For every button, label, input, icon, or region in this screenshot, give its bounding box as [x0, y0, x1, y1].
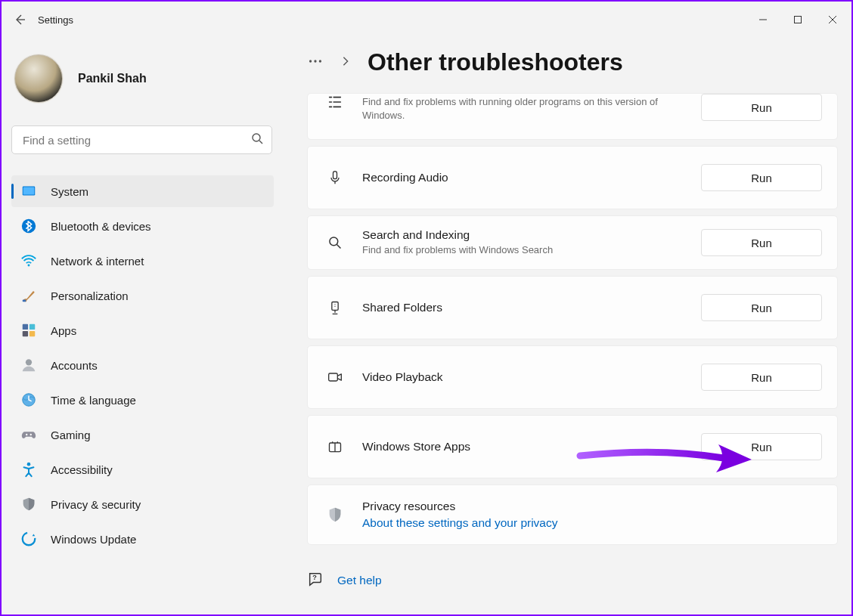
- troubleshooter-title: Video Playback: [362, 370, 693, 384]
- svg-text:?: ?: [312, 574, 317, 581]
- sidebar-item-network[interactable]: Network & internet: [11, 245, 274, 277]
- system-icon: [20, 183, 37, 200]
- sidebar-item-label: Apps: [51, 324, 76, 337]
- svg-point-19: [314, 60, 316, 62]
- svg-point-11: [26, 359, 32, 365]
- search-icon: [251, 132, 263, 147]
- sidebar-item-label: Gaming: [51, 429, 91, 441]
- svg-point-25: [334, 306, 335, 307]
- svg-point-16: [27, 463, 31, 466]
- main-content: Other troubleshooters Program Compatibil…: [281, 38, 851, 614]
- svg-point-1: [253, 134, 260, 141]
- accounts-icon: [20, 357, 37, 373]
- svg-rect-9: [23, 331, 28, 336]
- svg-rect-0: [795, 17, 802, 23]
- minimize-button[interactable]: [746, 5, 780, 35]
- svg-point-5: [28, 264, 30, 266]
- page-title: Other troubleshooters: [368, 48, 623, 76]
- sidebar-item-label: Privacy & security: [51, 498, 141, 511]
- svg-point-20: [319, 60, 321, 62]
- accessibility-icon: [20, 461, 37, 478]
- video-icon: [323, 370, 347, 385]
- run-button[interactable]: Run: [701, 94, 822, 121]
- troubleshooter-title: Recording Audio: [362, 171, 693, 184]
- breadcrumb: Other troubleshooters: [307, 48, 838, 76]
- brush-icon: [20, 287, 37, 304]
- server-icon: [323, 299, 347, 316]
- troubleshooter-card-compat: Program Compatibility Troubleshooter Fin…: [307, 93, 838, 140]
- troubleshooter-card-shared-folders: Shared Folders Run: [307, 276, 838, 339]
- troubleshooter-desc: Find and fix problems with Windows Searc…: [362, 243, 693, 257]
- sidebar-item-system[interactable]: System: [11, 175, 274, 207]
- svg-point-14: [26, 434, 27, 435]
- window-controls: [746, 5, 850, 35]
- troubleshooter-card-video: Video Playback Run: [307, 345, 838, 409]
- run-button[interactable]: Run: [701, 364, 822, 391]
- more-icon[interactable]: [307, 53, 324, 73]
- sidebar-item-accounts[interactable]: Accounts: [11, 349, 274, 381]
- sidebar-item-update[interactable]: Windows Update: [11, 523, 274, 555]
- sidebar-item-apps[interactable]: Apps: [11, 314, 274, 346]
- svg-rect-10: [29, 331, 35, 336]
- sidebar-item-personalization[interactable]: Personalization: [11, 280, 274, 311]
- troubleshooter-title: Windows Store Apps: [362, 440, 693, 453]
- help-row: ? Get help: [307, 571, 838, 590]
- sidebar-item-label: System: [51, 185, 88, 198]
- privacy-resources-card: Privacy resources About these settings a…: [307, 484, 838, 545]
- svg-point-24: [334, 304, 335, 305]
- sidebar-item-label: Network & internet: [51, 255, 144, 268]
- run-button[interactable]: Run: [701, 229, 822, 256]
- apps-icon: [20, 322, 37, 339]
- run-button[interactable]: Run: [701, 433, 822, 460]
- troubleshooter-title: Search and Indexing: [362, 228, 693, 242]
- troubleshooter-card-search: Search and Indexing Find and fix problem…: [307, 215, 838, 270]
- sidebar-item-label: Windows Update: [51, 533, 136, 546]
- sidebar-item-gaming[interactable]: Gaming: [11, 419, 274, 450]
- back-button[interactable]: [2, 2, 38, 38]
- bluetooth-icon: [20, 218, 37, 234]
- svg-rect-21: [333, 172, 337, 179]
- svg-point-17: [23, 533, 36, 546]
- sidebar-item-accessibility[interactable]: Accessibility: [11, 453, 274, 485]
- sidebar-item-label: Accounts: [51, 359, 98, 372]
- time-icon: [20, 392, 37, 408]
- sidebar-item-label: Personalization: [51, 289, 129, 302]
- search-icon: [323, 235, 347, 250]
- profile[interactable]: Pankil Shah: [11, 47, 274, 125]
- titlebar: Settings: [2, 2, 851, 38]
- svg-point-15: [30, 434, 32, 435]
- run-button[interactable]: Run: [701, 294, 822, 321]
- svg-rect-3: [23, 187, 35, 195]
- avatar: [14, 54, 63, 103]
- list-icon: [323, 94, 347, 110]
- svg-rect-7: [23, 324, 28, 330]
- mic-icon: [323, 170, 347, 185]
- troubleshooter-title: Shared Folders: [362, 301, 693, 314]
- app-title: Settings: [38, 14, 73, 26]
- update-icon: [20, 531, 37, 547]
- svg-point-22: [330, 237, 338, 246]
- close-button[interactable]: [815, 5, 850, 35]
- chevron-right-icon: [340, 56, 351, 70]
- svg-rect-26: [329, 373, 338, 381]
- privacy-icon: [20, 496, 37, 512]
- profile-name: Pankil Shah: [78, 72, 147, 85]
- shield-icon: [323, 506, 347, 524]
- privacy-link[interactable]: About these settings and your privacy: [362, 516, 557, 530]
- run-button[interactable]: Run: [701, 164, 822, 191]
- svg-point-18: [309, 60, 312, 62]
- privacy-title: Privacy resources: [362, 500, 814, 513]
- search-input[interactable]: [11, 125, 272, 154]
- maximize-button[interactable]: [780, 5, 815, 35]
- troubleshooter-card-store-apps: Windows Store Apps Run: [307, 415, 838, 478]
- wifi-icon: [20, 252, 37, 269]
- sidebar-item-label: Time & language: [51, 394, 136, 407]
- sidebar-item-bluetooth[interactable]: Bluetooth & devices: [11, 210, 274, 242]
- sidebar-item-time[interactable]: Time & language: [11, 384, 274, 416]
- help-icon: ?: [307, 571, 324, 590]
- sidebar-item-label: Bluetooth & devices: [51, 220, 151, 233]
- store-icon: [323, 439, 347, 454]
- sidebar-item-privacy[interactable]: Privacy & security: [11, 488, 274, 520]
- get-help-link[interactable]: Get help: [337, 574, 382, 587]
- svg-rect-6: [23, 300, 26, 302]
